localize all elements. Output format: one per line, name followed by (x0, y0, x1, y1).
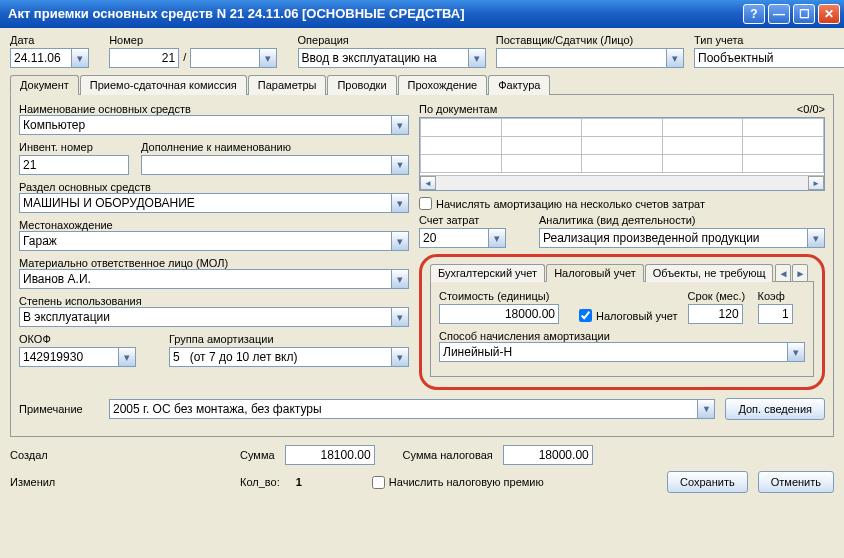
minimize-button[interactable]: — (768, 4, 790, 24)
tax-premium-label: Начислить налоговую премию (389, 476, 544, 488)
cost-acct-input[interactable] (419, 228, 489, 248)
tax-accounting-highlight: Бухгалтерский учет Налоговый учет Объект… (419, 254, 825, 390)
section-label: Раздел основных средств (19, 181, 151, 193)
window-title: Акт приемки основных средств N 21 24.11.… (8, 6, 740, 21)
sub-tabstrip: Бухгалтерский учет Налоговый учет Объект… (430, 263, 814, 282)
subtab-accounting[interactable]: Бухгалтерский учет (430, 264, 545, 282)
location-label: Местонахождение (19, 219, 113, 231)
location-lookup-button[interactable]: ▾ (391, 231, 409, 251)
bydoc-label: По документам (419, 103, 497, 115)
documents-grid[interactable]: ◄ ► (419, 117, 825, 191)
koef-label: Коэф (758, 290, 798, 302)
method-input[interactable] (439, 342, 788, 362)
note-input[interactable] (109, 399, 698, 419)
location-input[interactable] (19, 231, 392, 251)
mol-lookup-button[interactable]: ▾ (391, 269, 409, 289)
pager: <0/0> (797, 103, 825, 117)
modified-label: Изменил (10, 476, 100, 488)
okof-label: ОКОФ (19, 333, 159, 345)
usage-input[interactable] (19, 307, 392, 327)
mol-input[interactable] (19, 269, 392, 289)
number-input[interactable] (109, 48, 179, 68)
koef-input[interactable] (758, 304, 793, 324)
tax-cost-label: Стоимость (единицы) (439, 290, 569, 302)
analytics-label: Аналитика (вид деятельности) (539, 214, 825, 226)
cost-acct-lookup-button[interactable]: ▾ (488, 228, 506, 248)
tax-cost-input[interactable] (439, 304, 559, 324)
help-button[interactable]: ? (743, 4, 765, 24)
subtab-nav-left[interactable]: ◄ (775, 264, 791, 282)
sum-label: Сумма (240, 449, 275, 461)
date-label: Дата (10, 34, 99, 46)
mol-label: Материально ответственное лицо (МОЛ) (19, 257, 228, 269)
tax-premium-checkbox[interactable] (372, 476, 385, 489)
number2-input[interactable] (190, 48, 260, 68)
supplier-input[interactable] (496, 48, 667, 68)
operation-input[interactable] (298, 48, 469, 68)
method-lookup-button[interactable]: ▾ (787, 342, 805, 362)
addname-dropdown-button[interactable]: ▼ (391, 155, 409, 175)
operation-lookup-button[interactable]: ▾ (468, 48, 486, 68)
note-dropdown-button[interactable]: ▼ (697, 399, 715, 419)
grid-hscrollbar[interactable]: ◄ ► (420, 175, 824, 190)
subtab-nav-right[interactable]: ► (792, 264, 808, 282)
note-label: Примечание (19, 403, 99, 415)
cancel-button[interactable]: Отменить (758, 471, 834, 493)
tab-progress[interactable]: Прохождение (398, 75, 488, 95)
supplier-lookup-button[interactable]: ▾ (666, 48, 684, 68)
sum-tax-input[interactable] (503, 445, 593, 465)
account-type-label: Тип учета (694, 34, 834, 46)
document-panel: Наименование основных средств ▾ Инвент. … (10, 95, 834, 437)
analytics-input[interactable] (539, 228, 808, 248)
addname-input[interactable] (141, 155, 392, 175)
window-titlebar: Акт приемки основных средств N 21 24.11.… (0, 0, 844, 28)
subtab-objects[interactable]: Объекты, не требующ (645, 264, 774, 282)
tab-params[interactable]: Параметры (248, 75, 327, 95)
close-button[interactable]: ✕ (818, 4, 840, 24)
usage-lookup-button[interactable]: ▾ (391, 307, 409, 327)
okof-lookup-button[interactable]: ▾ (118, 347, 136, 367)
date-input[interactable] (10, 48, 72, 68)
subtab-tax[interactable]: Налоговый учет (546, 264, 644, 282)
amort-group-input[interactable] (169, 347, 392, 367)
amort-multi-label: Начислять амортизацию на несколько счето… (436, 198, 705, 210)
sum-input[interactable] (285, 445, 375, 465)
okof-input[interactable] (19, 347, 119, 367)
asset-name-input[interactable] (19, 115, 392, 135)
term-label: Срок (мес.) (688, 290, 748, 302)
inv-input[interactable] (19, 155, 129, 175)
operation-label: Операция (298, 34, 486, 46)
cost-acct-label: Счет затрат (419, 214, 529, 226)
tab-provodki[interactable]: Проводки (327, 75, 396, 95)
date-picker-button[interactable]: ▾ (71, 48, 89, 68)
number-lookup-button[interactable]: ▾ (259, 48, 277, 68)
inv-label: Инвент. номер (19, 141, 129, 153)
qty-label: Кол_во: (240, 476, 280, 488)
term-input[interactable] (688, 304, 743, 324)
amort-multi-checkbox[interactable] (419, 197, 432, 210)
tax-checkbox[interactable] (579, 309, 592, 322)
tab-document[interactable]: Документ (10, 75, 79, 95)
asset-name-lookup-button[interactable]: ▾ (391, 115, 409, 135)
extra-info-button[interactable]: Доп. сведения (725, 398, 825, 420)
analytics-lookup-button[interactable]: ▾ (807, 228, 825, 248)
tab-commission[interactable]: Приемо-сдаточная комиссия (80, 75, 247, 95)
amort-group-label: Группа амортизации (169, 333, 409, 345)
scroll-left-icon[interactable]: ◄ (420, 176, 436, 190)
method-label: Способ начисления амортизации (439, 330, 610, 342)
amort-group-lookup-button[interactable]: ▾ (391, 347, 409, 367)
addname-label: Дополнение к наименованию (141, 141, 409, 153)
account-type-input[interactable] (694, 48, 844, 68)
section-input[interactable] (19, 193, 392, 213)
qty-value: 1 (296, 476, 302, 488)
maximize-button[interactable]: ☐ (793, 4, 815, 24)
section-lookup-button[interactable]: ▾ (391, 193, 409, 213)
main-tabstrip: Документ Приемо-сдаточная комиссия Парам… (10, 74, 834, 95)
usage-label: Степень использования (19, 295, 142, 307)
number-separator: / (179, 48, 190, 68)
save-button[interactable]: Сохранить (667, 471, 748, 493)
tab-invoice[interactable]: Фактура (488, 75, 550, 95)
tax-checkbox-label: Налоговый учет (596, 310, 678, 322)
supplier-label: Поставщик/Сдатчик (Лицо) (496, 34, 684, 46)
scroll-right-icon[interactable]: ► (808, 176, 824, 190)
